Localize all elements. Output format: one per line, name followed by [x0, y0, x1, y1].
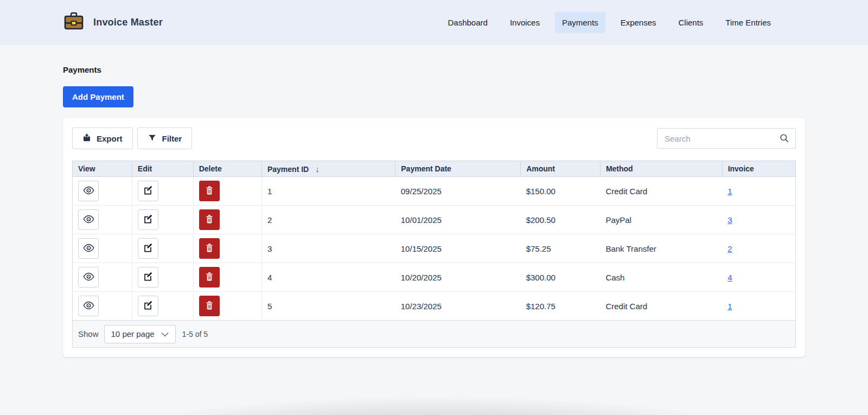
- edit-cell: [132, 234, 193, 263]
- pagination-row: Show 10 per page 1-5 of 5: [73, 321, 796, 348]
- delete-cell: [193, 292, 261, 321]
- invoice-link[interactable]: 2: [727, 244, 732, 253]
- payment-date-cell: 10/23/2025: [395, 292, 521, 321]
- pencil-square-icon: [143, 185, 153, 197]
- page-content: Payments Add Payment Export: [0, 65, 868, 357]
- view-cell: [73, 263, 132, 292]
- invoice-link[interactable]: 1: [727, 187, 732, 196]
- column-header-view: View: [73, 161, 132, 177]
- payment-date-cell: 10/15/2025: [395, 234, 521, 263]
- delete-button[interactable]: [199, 238, 220, 259]
- trash-icon: [205, 185, 214, 197]
- search-input[interactable]: [657, 128, 796, 149]
- brand: Invoice Master: [63, 11, 163, 34]
- edit-button[interactable]: [138, 238, 158, 259]
- invoice-link[interactable]: 1: [727, 302, 732, 311]
- chevron-down-icon: [161, 329, 169, 339]
- app-title: Invoice Master: [93, 17, 163, 28]
- view-cell: [73, 177, 132, 206]
- edit-button[interactable]: [138, 296, 158, 316]
- pencil-square-icon: [143, 300, 153, 312]
- add-payment-button[interactable]: Add Payment: [63, 86, 133, 107]
- view-button[interactable]: [78, 181, 99, 201]
- view-button[interactable]: [78, 296, 99, 316]
- amount-cell: $300.00: [521, 263, 601, 292]
- view-button[interactable]: [78, 267, 99, 288]
- table-row: 5 10/23/2025 $120.75 Credit Card 1: [73, 292, 796, 321]
- edit-button[interactable]: [138, 267, 158, 288]
- column-header-invoice[interactable]: Invoice: [722, 161, 795, 177]
- view-cell: [73, 292, 132, 321]
- invoice-link[interactable]: 4: [727, 273, 732, 282]
- filter-label: Filter: [162, 134, 182, 143]
- export-button[interactable]: Export: [72, 127, 133, 149]
- payment-id-cell: 4: [261, 263, 395, 292]
- table-row: 2 10/01/2025 $200.50 PayPal 3: [73, 206, 796, 234]
- invoice-cell: 1: [722, 177, 795, 206]
- amount-cell: $150.00: [521, 177, 601, 206]
- payment-date-cell: 10/20/2025: [395, 263, 521, 292]
- main-nav: DashboardInvoicesPaymentsExpensesClients…: [441, 12, 778, 33]
- view-button[interactable]: [78, 238, 99, 259]
- nav-item-invoices[interactable]: Invoices: [503, 12, 547, 33]
- page-size-select[interactable]: 10 per page: [104, 325, 176, 343]
- nav-item-dashboard[interactable]: Dashboard: [441, 12, 495, 33]
- nav-item-payments[interactable]: Payments: [555, 12, 605, 33]
- funnel-icon: [148, 133, 157, 144]
- column-header-method[interactable]: Method: [600, 161, 722, 177]
- edit-cell: [132, 206, 193, 234]
- invoice-cell: 1: [722, 292, 795, 321]
- nav-item-expenses[interactable]: Expenses: [614, 12, 663, 33]
- delete-cell: [193, 206, 261, 234]
- eye-icon: [83, 215, 94, 225]
- method-cell: Credit Card: [600, 177, 722, 206]
- invoice-link[interactable]: 3: [727, 215, 732, 225]
- delete-button[interactable]: [199, 181, 220, 201]
- edit-button[interactable]: [138, 209, 158, 230]
- magnifier-icon: [779, 133, 789, 145]
- amount-cell: $75.25: [521, 234, 601, 263]
- edit-cell: [132, 263, 193, 292]
- column-header-payment-id[interactable]: Payment ID↓: [261, 161, 395, 177]
- payment-id-cell: 3: [261, 234, 395, 263]
- delete-button[interactable]: [199, 209, 220, 230]
- method-cell: Credit Card: [600, 292, 722, 321]
- page-title: Payments: [63, 65, 805, 74]
- delete-button[interactable]: [199, 267, 220, 288]
- delete-button[interactable]: [199, 296, 220, 316]
- payments-card: Export Filter: [63, 118, 805, 357]
- payment-id-cell: 5: [261, 292, 395, 321]
- eye-icon: [83, 244, 94, 254]
- table-header-row: View Edit Delete Payment ID↓ Payment Dat…: [73, 161, 796, 177]
- delete-cell: [193, 263, 261, 292]
- edit-button[interactable]: [138, 181, 158, 201]
- payments-table: View Edit Delete Payment ID↓ Payment Dat…: [72, 161, 796, 348]
- pagination-range: 1-5 of 5: [182, 330, 208, 339]
- pencil-square-icon: [143, 214, 153, 226]
- column-header-amount[interactable]: Amount: [521, 161, 601, 177]
- pencil-square-icon: [143, 242, 153, 254]
- payment-date-cell: 10/01/2025: [395, 206, 521, 234]
- column-header-payment-date[interactable]: Payment Date: [395, 161, 521, 177]
- payment-date-cell: 09/25/2025: [395, 177, 521, 206]
- nav-item-time-entries[interactable]: Time Entries: [718, 12, 778, 33]
- method-cell: Bank Transfer: [600, 234, 722, 263]
- view-button[interactable]: [78, 209, 99, 230]
- amount-cell: $200.50: [521, 206, 601, 234]
- method-cell: Cash: [600, 263, 722, 292]
- nav-item-clients[interactable]: Clients: [672, 12, 711, 33]
- filter-button[interactable]: Filter: [137, 127, 193, 149]
- column-header-edit: Edit: [132, 161, 193, 177]
- pencil-square-icon: [143, 271, 153, 283]
- eye-icon: [83, 186, 94, 196]
- page-size-value: 10 per page: [111, 329, 155, 339]
- view-cell: [73, 234, 132, 263]
- show-label: Show: [78, 329, 99, 339]
- payment-id-cell: 2: [261, 206, 395, 234]
- eye-icon: [83, 272, 94, 283]
- delete-cell: [193, 234, 261, 263]
- payment-id-cell: 1: [261, 177, 395, 206]
- column-header-delete: Delete: [193, 161, 261, 177]
- upload-box-icon: [82, 133, 91, 144]
- export-label: Export: [97, 134, 123, 143]
